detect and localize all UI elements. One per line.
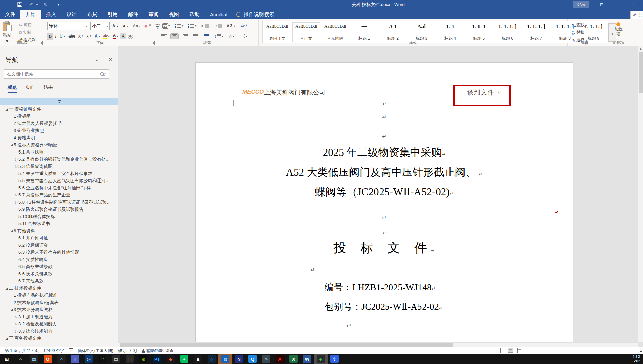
ribbon-tab-文件[interactable]: 文件	[0, 10, 20, 19]
nav-heading-item[interactable]: 5.4 未发生重大质量、安全和环保事故	[0, 170, 118, 177]
nav-search-box[interactable]: 在文档中搜索 ▾	[4, 69, 109, 79]
collapsed-triangle-icon[interactable]: ▷	[14, 165, 18, 168]
copy-button[interactable]: ⧉复制	[18, 29, 33, 36]
style-标题 6[interactable]: 1. 1. 1. ]标题 6	[494, 22, 521, 42]
collapsed-triangle-icon[interactable]: ▷	[14, 315, 18, 319]
qq-app[interactable]: ♟	[191, 354, 205, 364]
grow-font-button[interactable]: A▲	[111, 23, 120, 29]
pinwheel-app[interactable]: ◆	[164, 354, 177, 364]
zoom-level-fragment[interactable]: 1	[640, 348, 642, 353]
file-explorer[interactable]: ▢	[123, 354, 137, 364]
bold-button[interactable]: B	[47, 33, 53, 40]
sign-in-button[interactable]: 登录	[573, 1, 589, 8]
style-正文[interactable]: AaBbCcDdI↵正文	[292, 22, 320, 42]
ribbon-display-options-button[interactable]: ⊡	[597, 0, 607, 10]
nav-heading-item[interactable]: ◢3 技术评分响应资料	[0, 306, 118, 313]
ribbon-tab-视图[interactable]: 视图	[164, 10, 184, 19]
bullets-button[interactable]: ▾	[160, 23, 171, 28]
subscript-button[interactable]: x2	[77, 33, 84, 39]
clear-formatting-button[interactable]: ◆A	[143, 23, 153, 29]
undo-caret-icon[interactable]: ▾	[36, 3, 38, 6]
clipboard-dialog-launcher[interactable]	[39, 41, 43, 45]
style-标题 5[interactable]: 1. 1. 1标题 5	[465, 22, 493, 42]
tell-me-search[interactable]: 操作说明搜索	[233, 10, 278, 19]
ribbon-tab-审阅[interactable]: 审阅	[143, 10, 164, 19]
notes-app[interactable]: ▤	[109, 354, 123, 364]
photoshop-app[interactable]: Ps	[150, 354, 164, 364]
language-indicator[interactable]: 简体中文(中国大陆)	[78, 348, 113, 354]
word-count[interactable]: 12499 个字	[43, 348, 64, 354]
restore-button[interactable]: ❐	[627, 0, 637, 10]
office-app[interactable]: O	[41, 354, 55, 364]
taskbar-clock[interactable]: 13:3 202	[633, 354, 640, 363]
align-right-button[interactable]	[181, 34, 189, 39]
nav-pane-options-chevron-icon[interactable]: ⌄	[95, 57, 99, 62]
scroll-up-icon[interactable]: ▲	[638, 47, 643, 50]
nav-heading-item[interactable]: 1 投标函	[0, 113, 118, 120]
nav-heading-item[interactable]: ◢一 资格证明文件	[0, 105, 118, 113]
shrink-font-button[interactable]: A▼	[122, 23, 130, 29]
expanded-triangle-icon[interactable]: ◢	[10, 143, 14, 147]
character-shading-button[interactable]: A	[120, 33, 126, 39]
quill-app[interactable]: ✎	[259, 354, 273, 364]
netdisk-app[interactable]: ⇧	[328, 354, 341, 364]
text-effects-button[interactable]: A▾	[93, 33, 101, 39]
highlight-color-button[interactable]: ab̷▾	[102, 33, 111, 40]
collapsed-triangle-icon[interactable]: ▷	[14, 201, 18, 204]
replace-button[interactable]: abac替换	[571, 29, 586, 36]
collapsed-triangle-icon[interactable]: ▷	[14, 330, 18, 333]
green-swirl-app[interactable]: ◠	[96, 354, 109, 364]
share-button[interactable]: ⇗ 共享	[630, 11, 643, 19]
sprout-app-active[interactable]: ♣	[314, 354, 328, 364]
sort-button[interactable]: AZ↓	[225, 23, 237, 29]
blue-circle-app[interactable]: ◎	[82, 354, 96, 364]
horizontal-scrollbar[interactable]	[118, 342, 638, 347]
nav-heading-item[interactable]: 6.3 投标人不得存在的其他情形	[0, 249, 118, 256]
nav-tab-页面[interactable]: 页面	[26, 84, 35, 93]
collapsed-triangle-icon[interactable]: ▷	[14, 193, 18, 197]
nav-heading-item[interactable]: ▷5.3 信誉查询截图	[0, 163, 118, 170]
nav-heading-item[interactable]: 5.9 防火试验合格证书及试验报告	[0, 206, 118, 213]
nav-heading-item[interactable]: ▷3.1 加工制造能力	[0, 313, 118, 320]
nav-heading-item[interactable]: ◢三 商务投标文件	[0, 335, 118, 342]
document-page[interactable]: MECCO 上海美科阀门有限公司 谈判文件↵ ↵ ↵ ↵ 2025 年二级物资集…	[195, 62, 573, 342]
browser-app-active[interactable]: ◍	[218, 354, 232, 364]
font-name-select[interactable]: 宋体▾	[47, 22, 89, 30]
netease-app[interactable]: N	[232, 354, 246, 364]
ring-swirl-app[interactable]: ◌	[205, 354, 218, 364]
vertical-scroll-thumb[interactable]	[639, 52, 643, 93]
ribbon-tab-布局[interactable]: 布局	[82, 10, 102, 19]
ribbon-tab-引用[interactable]: 引用	[102, 10, 123, 19]
nav-heading-item[interactable]: 4 资格声明	[0, 134, 118, 141]
horizontal-scroll-thumb[interactable]	[120, 343, 453, 347]
find-button[interactable]: 查找▾	[571, 21, 588, 29]
track-changes-status[interactable]: 修订: 关闭	[118, 348, 137, 354]
line-spacing-button[interactable]: ↕▾	[213, 33, 225, 40]
nav-heading-item[interactable]: 3 企业营业执照	[0, 127, 118, 134]
start-button[interactable]: ⊞	[0, 354, 14, 364]
nav-heading-item[interactable]: 6.2 投标保证金	[0, 242, 118, 249]
decrease-indent-button[interactable]: ⇤	[200, 23, 210, 29]
nav-heading-item[interactable]: 2 技术条款响应/偏离表	[0, 299, 118, 306]
nav-heading-item[interactable]: ▷5.2 具有良好的银行资信和企业信誉，没有处...	[0, 156, 118, 163]
nav-heading-item[interactable]: 5.1 营业执照	[0, 148, 118, 156]
print-layout-button[interactable]	[508, 348, 513, 353]
style-标题 4[interactable]: 1. 1标题 4	[436, 22, 464, 42]
nav-heading-item[interactable]: ▷3.3 综合技术能力	[0, 327, 118, 335]
show-hide-marks-button[interactable]: ⇄↵	[239, 23, 249, 29]
nav-heading-item[interactable]: 6.4 实质性响应	[0, 256, 118, 263]
read-mode-button[interactable]	[498, 348, 503, 353]
nav-heading-item[interactable]: ◢5 投标人资格要求响应	[0, 141, 118, 148]
acrobat-app[interactable]: A	[273, 354, 287, 364]
nav-heading-item[interactable]: 5.5 未被中国石油天然气集团有限公司和辽河...	[0, 177, 118, 184]
expanded-triangle-icon[interactable]: ◢	[10, 308, 14, 311]
nav-pane-close-icon[interactable]: ✕	[109, 57, 112, 62]
change-case-button[interactable]: Aa▾	[132, 23, 142, 29]
nav-heading-item[interactable]: 6.5 商务关键条款	[0, 263, 118, 270]
teams-app[interactable]: T	[68, 354, 82, 364]
strikethrough-button[interactable]: abc	[67, 33, 76, 39]
superscript-button[interactable]: x2	[85, 33, 92, 39]
style-标题 7[interactable]: 1. 1. 1. ]标题 7	[522, 22, 550, 42]
borders-button[interactable]: ▾	[238, 33, 248, 40]
nav-tab-标题[interactable]: 标题	[8, 84, 17, 93]
